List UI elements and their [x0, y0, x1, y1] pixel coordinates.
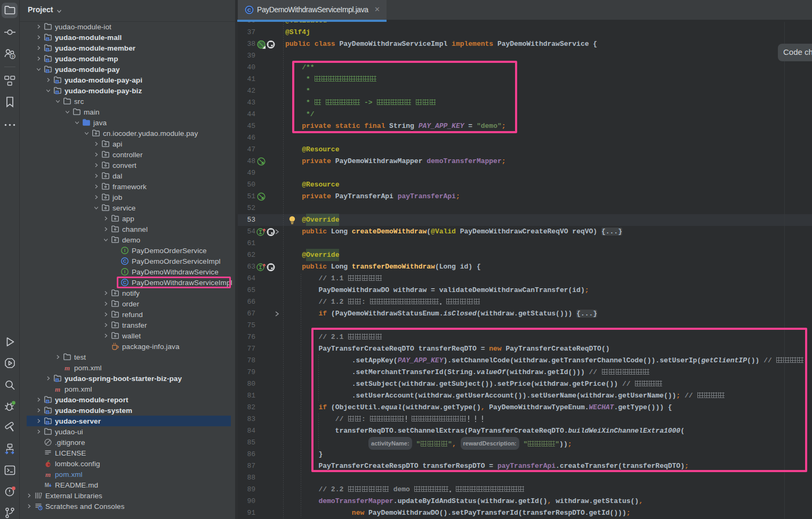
- svg-text:M: M: [45, 482, 49, 488]
- svg-text:C: C: [247, 7, 251, 13]
- svg-text:I: I: [124, 248, 126, 253]
- svg-text:m: m: [65, 364, 70, 372]
- svg-text:?: ?: [11, 54, 14, 59]
- svg-text:C: C: [123, 258, 127, 264]
- svg-text:I: I: [124, 269, 126, 274]
- svg-text:m: m: [45, 471, 51, 479]
- svg-text:m: m: [55, 385, 60, 393]
